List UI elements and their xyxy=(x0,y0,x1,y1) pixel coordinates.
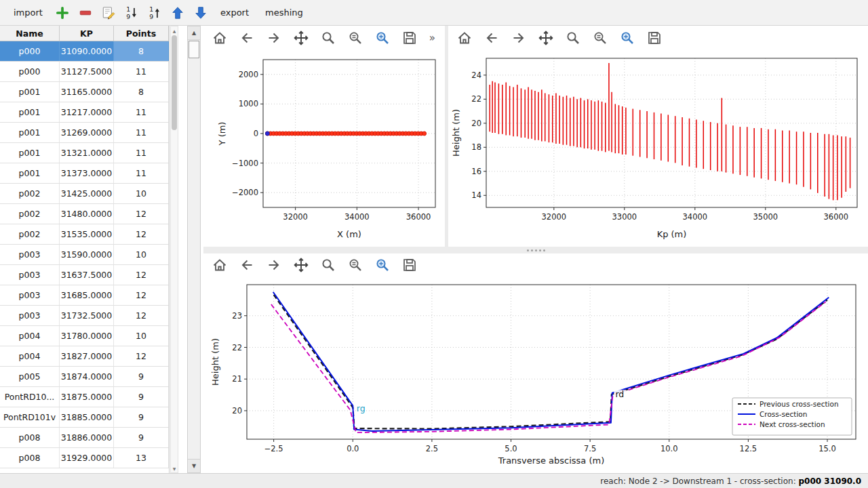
cell-points[interactable]: 11 xyxy=(114,62,169,81)
cell-points[interactable]: 11 xyxy=(114,123,169,142)
cell-name[interactable]: p001 xyxy=(0,163,60,183)
edit-icon[interactable] xyxy=(98,3,119,23)
cell-name[interactable]: PontRD10... xyxy=(0,387,60,407)
table-row[interactable]: p00831929.000013 xyxy=(0,448,169,468)
table-row[interactable]: PontRD10...31875.00009 xyxy=(0,387,169,407)
panel-scrollbar[interactable]: ▲ ▼ xyxy=(187,26,201,473)
home-icon[interactable] xyxy=(455,28,474,47)
cell-points[interactable]: 13 xyxy=(114,448,169,468)
cell-kp[interactable]: 31127.5000 xyxy=(60,62,114,81)
cell-name[interactable]: p001 xyxy=(0,123,60,142)
cell-name[interactable]: p008 xyxy=(0,448,60,468)
toolbar-overflow-chevron[interactable]: » xyxy=(429,32,438,44)
cross-section-canvas[interactable]: −2.50.02.55.07.510.012.515.020212223Tran… xyxy=(203,277,868,473)
pan-icon[interactable] xyxy=(292,28,311,47)
add-icon[interactable] xyxy=(52,3,73,23)
sort-descending-icon[interactable]: 19 xyxy=(144,3,165,23)
cell-points[interactable]: 9 xyxy=(114,428,169,447)
cell-kp[interactable]: 31685.0000 xyxy=(60,285,114,305)
plan-view-canvas[interactable]: 320003400036000−2000−1000010002000X (m)Y… xyxy=(203,50,445,247)
cell-kp[interactable]: 31874.0000 xyxy=(60,367,114,386)
cell-kp[interactable]: 31780.0000 xyxy=(60,326,114,346)
cell-name[interactable]: p003 xyxy=(0,245,60,264)
table-row[interactable]: p00131165.00008 xyxy=(0,82,169,102)
cell-kp[interactable]: 31269.0000 xyxy=(60,123,114,142)
meshing-button[interactable]: meshing xyxy=(258,3,310,22)
table-scrollbar[interactable]: ▲ ▼ xyxy=(170,26,178,473)
cell-kp[interactable]: 31827.0000 xyxy=(60,346,114,366)
cell-kp[interactable]: 31535.0000 xyxy=(60,224,114,244)
cell-kp[interactable]: 31217.0000 xyxy=(60,102,114,122)
table-row[interactable]: PontRD101v31885.00009 xyxy=(0,407,169,428)
forward-icon[interactable] xyxy=(509,28,528,47)
cell-kp[interactable]: 31732.5000 xyxy=(60,306,114,325)
pan-icon[interactable] xyxy=(292,256,311,274)
cell-points[interactable]: 12 xyxy=(114,265,169,285)
cell-name[interactable]: p003 xyxy=(0,306,60,325)
move-down-icon[interactable] xyxy=(191,3,211,23)
cell-kp[interactable]: 31886.0000 xyxy=(60,428,114,447)
table-row[interactable]: p00331685.000012 xyxy=(0,285,169,306)
scroll-up-icon[interactable]: ▲ xyxy=(171,26,178,35)
cell-kp[interactable]: 31321.0000 xyxy=(60,143,114,163)
zoom-icon[interactable] xyxy=(319,256,338,274)
forward-icon[interactable] xyxy=(264,28,283,47)
cell-points[interactable]: 9 xyxy=(114,367,169,386)
table-row[interactable]: p00531874.00009 xyxy=(0,367,169,387)
cell-points[interactable]: 8 xyxy=(114,41,169,61)
table-row[interactable]: p00831886.00009 xyxy=(0,428,169,448)
import-button[interactable]: import xyxy=(7,3,50,22)
table-row[interactable]: p00431827.000012 xyxy=(0,346,169,367)
column-header-points[interactable]: Points xyxy=(114,26,169,41)
table-row[interactable]: p00131269.000011 xyxy=(0,123,169,143)
cell-points[interactable]: 10 xyxy=(114,326,169,346)
cell-name[interactable]: p002 xyxy=(0,204,60,224)
zoom-icon[interactable] xyxy=(564,28,583,47)
cell-name[interactable]: p002 xyxy=(0,184,60,203)
cell-kp[interactable]: 31165.0000 xyxy=(60,82,114,102)
cell-points[interactable]: 10 xyxy=(114,184,169,203)
cell-points[interactable]: 11 xyxy=(114,163,169,183)
cell-kp[interactable]: 31425.0000 xyxy=(60,184,114,203)
subplots-icon[interactable] xyxy=(346,256,365,274)
zoom-icon[interactable] xyxy=(319,28,338,47)
cell-points[interactable]: 12 xyxy=(114,224,169,244)
back-icon[interactable] xyxy=(237,28,256,47)
cell-points[interactable]: 9 xyxy=(114,407,169,427)
back-icon[interactable] xyxy=(237,256,256,274)
cell-points[interactable]: 11 xyxy=(114,143,169,163)
cell-kp[interactable]: 31590.0000 xyxy=(60,245,114,264)
home-icon[interactable] xyxy=(210,256,229,274)
save-icon[interactable] xyxy=(400,28,419,47)
cell-name[interactable]: p003 xyxy=(0,265,60,285)
home-icon[interactable] xyxy=(210,28,229,47)
table-row[interactable]: p00331590.000010 xyxy=(0,245,169,265)
scroll-down-icon[interactable]: ▼ xyxy=(171,464,178,472)
cell-points[interactable]: 12 xyxy=(114,285,169,305)
cell-name[interactable]: p000 xyxy=(0,62,60,81)
export-button[interactable]: export xyxy=(214,3,256,22)
column-header-name[interactable]: Name xyxy=(0,26,60,41)
cell-kp[interactable]: 31480.0000 xyxy=(60,204,114,224)
scroll-up-icon[interactable]: ▲ xyxy=(188,26,200,40)
table-row[interactable]: p00331637.500012 xyxy=(0,265,169,285)
cell-name[interactable]: p001 xyxy=(0,82,60,102)
table-row[interactable]: p00231425.000010 xyxy=(0,184,169,204)
cell-points[interactable]: 9 xyxy=(114,387,169,407)
cell-name[interactable]: p003 xyxy=(0,285,60,305)
table-row[interactable]: p00331732.500012 xyxy=(0,306,169,326)
table-row[interactable]: p00131217.000011 xyxy=(0,102,169,123)
save-icon[interactable] xyxy=(645,28,664,47)
forward-icon[interactable] xyxy=(264,256,283,274)
column-header-kp[interactable]: KP xyxy=(60,26,114,41)
cell-points[interactable]: 10 xyxy=(114,245,169,264)
cell-points[interactable]: 8 xyxy=(114,82,169,102)
table-row[interactable]: p00431780.000010 xyxy=(0,326,169,346)
cell-name[interactable]: p005 xyxy=(0,367,60,386)
scroll-down-icon[interactable]: ▼ xyxy=(188,459,200,472)
table-row[interactable]: p00131373.000011 xyxy=(0,163,169,184)
customize-icon[interactable] xyxy=(373,256,392,274)
scrollbar-track[interactable] xyxy=(188,59,200,459)
customize-icon[interactable] xyxy=(618,28,637,47)
cell-kp[interactable]: 31885.0000 xyxy=(60,407,114,427)
